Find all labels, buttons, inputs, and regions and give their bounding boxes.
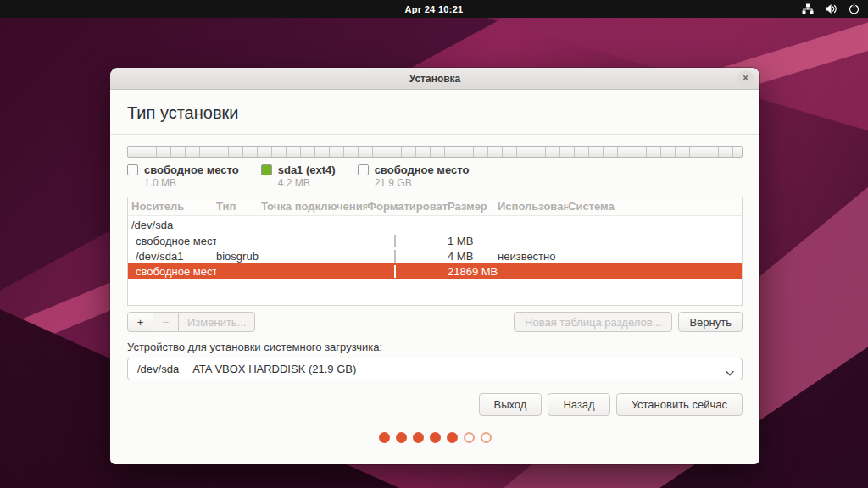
table-row[interactable]: свободное место 1 MB [128,233,742,248]
table-row-selected[interactable]: свободное место 21869 MB [128,263,742,279]
progress-dot [447,432,458,443]
top-bar: Apr 24 10:21 [0,0,868,18]
col-header-device[interactable]: Носитель [131,200,216,213]
clock[interactable]: Apr 24 10:21 [404,4,463,14]
bootloader-device-description: ATA VBOX HARDDISK (21.9 GB) [192,363,356,375]
power-icon[interactable] [849,3,860,14]
partition-edit-group: + − Изменить... [127,312,255,332]
progress-dot [464,432,475,443]
installer-window: Установка × Тип установки свободное мест… [110,68,760,464]
back-button[interactable]: Назад [548,393,609,416]
col-header-size[interactable]: Размер [448,200,498,213]
network-icon[interactable] [802,3,814,14]
wizard-actions: Выход Назад Установить сейчас [127,393,743,416]
partition-toolbar: + − Изменить... Новая таблица разделов..… [127,312,743,332]
col-header-system[interactable]: Система [568,200,738,213]
quit-button[interactable]: Выход [479,393,542,416]
partition-table: Носитель Тип Точка подключения Форматиро… [127,197,743,306]
progress-dots [110,432,760,443]
add-partition-button[interactable]: + [127,312,153,332]
col-header-used[interactable]: Использовано [498,200,568,213]
remove-partition-button[interactable]: − [153,312,179,332]
progress-dot [413,432,424,443]
progress-dot [430,432,441,443]
chevron-down-icon [726,366,734,379]
new-partition-table-button[interactable]: Новая таблица разделов... [514,312,672,332]
format-checkbox[interactable] [394,250,396,263]
table-row[interactable]: /dev/sda [128,216,742,233]
legend-item: свободное место 1.0 MB [127,164,239,189]
col-header-mount[interactable]: Точка подключения [261,200,367,213]
separator [110,134,760,135]
window-titlebar[interactable]: Установка × [110,68,760,90]
system-tray[interactable] [802,0,860,18]
sda1-swatch [261,164,272,175]
format-checkbox[interactable] [394,265,396,278]
format-checkbox[interactable] [394,235,396,247]
col-header-format[interactable]: Форматировать? [367,200,448,213]
progress-dot [396,432,407,443]
table-row[interactable]: /dev/sda1 biosgrub 4 MB неизвестно [128,248,742,263]
free-space-swatch [127,164,138,175]
change-partition-button[interactable]: Изменить... [178,312,255,332]
window-title: Установка [409,73,461,85]
bootloader-device: /dev/sda [137,363,179,375]
legend-item: sda1 (ext4) 4.2 MB [261,164,336,189]
legend-item: свободное место 21.9 GB [358,164,470,189]
table-actions-group: Новая таблица разделов... Вернуть [514,312,743,332]
close-icon[interactable]: × [737,70,754,86]
bootloader-label: Устройство для установки системного загр… [127,341,743,353]
free-space-swatch [358,164,369,175]
col-header-type[interactable]: Тип [216,200,261,213]
partition-bar [127,146,743,158]
bootloader-device-select[interactable]: /dev/sda ATA VBOX HARDDISK (21.9 GB) [127,358,743,380]
page-title: Тип установки [127,103,743,123]
table-header-row: Носитель Тип Точка подключения Форматиро… [128,197,742,216]
progress-dot [379,432,390,443]
install-now-button[interactable]: Установить сейчас [616,393,743,416]
progress-dot [481,432,492,443]
revert-button[interactable]: Вернуть [678,312,743,332]
partition-legend: свободное место 1.0 MB sda1 (ext4) 4.2 M… [127,164,743,189]
volume-icon[interactable] [825,3,837,14]
window-content: Тип установки свободное место 1.0 MB sda… [110,91,760,464]
